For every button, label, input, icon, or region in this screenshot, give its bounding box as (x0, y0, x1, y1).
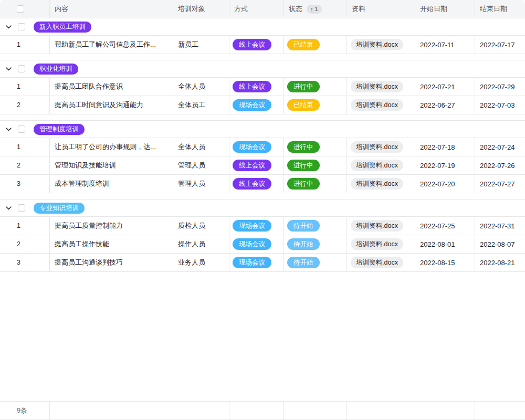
group-checkbox[interactable] (18, 204, 25, 212)
group-checkbox[interactable] (18, 65, 25, 72)
file-chip[interactable]: 培训资料.docx (351, 178, 403, 190)
chevron-down-icon[interactable] (5, 67, 12, 71)
header-target[interactable]: 培训对象 (173, 0, 229, 18)
header-end-date[interactable]: 结束日期 (475, 0, 525, 18)
start-date-cell[interactable]: 2022-07-19 (415, 156, 475, 174)
method-cell[interactable]: 现场会议 (229, 96, 284, 114)
method-cell[interactable]: 现场会议 (229, 254, 284, 271)
chevron-down-icon[interactable] (5, 25, 12, 29)
method-tag: 现场会议 (233, 257, 271, 268)
end-date-cell[interactable]: 2022-07-17 (475, 36, 525, 54)
content-cell[interactable]: 提高员工沟通谈判技巧 (50, 254, 173, 271)
content-cell[interactable]: 提高员工团队合作意识 (50, 78, 173, 96)
status-cell[interactable]: 已结束 (284, 36, 347, 54)
start-date-cell[interactable]: 2022-08-15 (415, 254, 475, 271)
content-cell[interactable]: 成本管理制度培训 (50, 175, 173, 193)
method-cell[interactable]: 线上会议 (229, 78, 284, 96)
file-chip[interactable]: 培训资料.docx (351, 39, 403, 50)
target-cell[interactable]: 全体员工 (173, 96, 229, 114)
end-date-cell[interactable]: 2022-07-26 (475, 156, 525, 174)
file-cell[interactable]: 培训资料.docx (347, 78, 415, 96)
group-checkbox[interactable] (18, 23, 25, 30)
file-cell[interactable]: 培训资料.docx (347, 96, 415, 114)
group-name-badge[interactable]: 新入职员工培训 (34, 22, 91, 33)
method-cell[interactable]: 线上会议 (229, 156, 284, 174)
status-cell[interactable]: 待开始 (284, 235, 347, 253)
start-date-cell[interactable]: 2022-07-18 (415, 138, 475, 156)
header-status[interactable]: 状态 ↑ 1 (284, 0, 347, 18)
start-date-cell[interactable]: 2022-08-01 (415, 235, 475, 253)
table-header: 内容 培训对象 方式 状态 ↑ 1 资料 开始日期 结束日期 (0, 0, 525, 18)
content-cell[interactable]: 帮助新员工了解公司信息及工作... (50, 36, 173, 54)
method-cell[interactable]: 现场会议 (229, 138, 284, 156)
end-date-cell[interactable]: 2022-07-29 (475, 78, 525, 96)
file-chip[interactable]: 培训资料.docx (351, 81, 403, 92)
content-cell[interactable]: 提高员工操作技能 (50, 235, 173, 253)
end-date-cell[interactable]: 2022-07-03 (475, 96, 525, 114)
table-row: 2 管理知识及技能培训 管理人员 线上会议 进行中 培训资料.docx 2022… (0, 156, 525, 175)
file-chip[interactable]: 培训资料.docx (351, 160, 403, 171)
file-cell[interactable]: 培训资料.docx (347, 138, 415, 156)
status-cell[interactable]: 进行中 (284, 138, 347, 156)
target-cell[interactable]: 管理人员 (173, 156, 229, 174)
group-separator (0, 54, 525, 60)
group-checkbox[interactable] (18, 125, 25, 133)
footer-cell (475, 402, 525, 419)
end-date-cell[interactable]: 2022-08-21 (475, 254, 525, 271)
method-tag: 线上会议 (233, 81, 271, 92)
file-chip[interactable]: 培训资料.docx (351, 99, 403, 111)
select-all-checkbox[interactable] (17, 5, 24, 13)
end-date-cell[interactable]: 2022-07-31 (475, 217, 525, 235)
file-chip[interactable]: 培训资料.docx (351, 238, 403, 250)
method-cell[interactable]: 现场会议 (229, 217, 284, 235)
target-cell[interactable]: 操作人员 (173, 235, 229, 253)
method-cell[interactable]: 线上会议 (229, 175, 284, 193)
start-date-cell[interactable]: 2022-07-25 (415, 217, 475, 235)
chevron-down-icon[interactable] (5, 128, 12, 131)
file-cell[interactable]: 培训资料.docx (347, 254, 415, 271)
status-cell[interactable]: 待开始 (284, 217, 347, 235)
header-method[interactable]: 方式 (229, 0, 284, 18)
start-date-cell[interactable]: 2022-06-27 (415, 96, 475, 114)
header-file[interactable]: 资料 (347, 0, 415, 18)
content-cell[interactable]: 让员工明了公司的办事规则，达... (50, 138, 173, 156)
status-cell[interactable]: 进行中 (284, 175, 347, 193)
file-chip[interactable]: 培训资料.docx (351, 220, 403, 232)
start-date-cell[interactable]: 2022-07-11 (415, 36, 475, 54)
target-cell[interactable]: 新员工 (173, 36, 229, 54)
content-cell[interactable]: 提高员工时间意识及沟通能力 (50, 96, 173, 114)
group-name-badge[interactable]: 管理制度培训 (34, 124, 85, 135)
content-cell[interactable]: 管理知识及技能培训 (50, 156, 173, 174)
end-date-cell[interactable]: 2022-07-27 (475, 175, 525, 193)
group-name-badge[interactable]: 专业知识培训 (34, 203, 85, 214)
target-cell[interactable]: 全体人员 (173, 138, 229, 156)
target-cell[interactable]: 业务人员 (173, 254, 229, 271)
group-name-badge[interactable]: 职业化培训 (34, 64, 78, 75)
file-chip[interactable]: 培训资料.docx (351, 141, 403, 153)
file-cell[interactable]: 培训资料.docx (347, 175, 415, 193)
content-cell[interactable]: 提高员工质量控制能力 (50, 217, 173, 235)
start-date-cell[interactable]: 2022-07-21 (415, 78, 475, 96)
group-header-left: 专业知识培训 (0, 200, 173, 216)
header-content[interactable]: 内容 (50, 0, 173, 18)
status-cell[interactable]: 已结束 (284, 96, 347, 114)
status-cell[interactable]: 进行中 (284, 156, 347, 174)
target-cell[interactable]: 全体人员 (173, 78, 229, 96)
method-cell[interactable]: 线上会议 (229, 36, 284, 54)
status-cell[interactable]: 待开始 (284, 254, 347, 271)
start-date-cell[interactable]: 2022-07-20 (415, 175, 475, 193)
sort-badge[interactable]: ↑ 1 (307, 5, 322, 14)
target-cell[interactable]: 质检人员 (173, 217, 229, 235)
chevron-down-icon[interactable] (5, 206, 12, 210)
file-cell[interactable]: 培训资料.docx (347, 217, 415, 235)
end-date-cell[interactable]: 2022-08-07 (475, 235, 525, 253)
header-start-date[interactable]: 开始日期 (415, 0, 475, 18)
method-cell[interactable]: 现场会议 (229, 235, 284, 253)
status-cell[interactable]: 进行中 (284, 78, 347, 96)
file-chip[interactable]: 培训资料.docx (351, 257, 403, 268)
file-cell[interactable]: 培训资料.docx (347, 36, 415, 54)
file-cell[interactable]: 培训资料.docx (347, 235, 415, 253)
end-date-cell[interactable]: 2022-07-24 (475, 138, 525, 156)
file-cell[interactable]: 培训资料.docx (347, 156, 415, 174)
target-cell[interactable]: 管理人员 (173, 175, 229, 193)
